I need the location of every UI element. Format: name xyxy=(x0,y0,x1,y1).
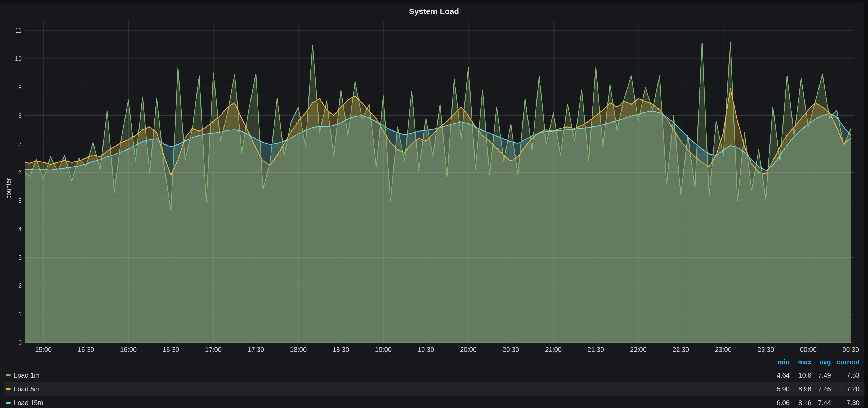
legend-header: min max avg current xyxy=(0,358,868,366)
x-tick-label: 16:00 xyxy=(110,346,147,353)
y-tick-label: 0 xyxy=(0,339,22,346)
x-tick-label: 15:30 xyxy=(67,346,104,353)
y-tick-label: 10 xyxy=(0,55,22,62)
series-label[interactable]: Load 1m xyxy=(14,368,39,382)
legend-row-load-5m[interactable]: Load 5m 5.90 8.96 7.46 7.20 xyxy=(4,382,865,396)
x-tick-label: 20:00 xyxy=(450,346,487,353)
x-tick-label: 16:30 xyxy=(152,346,189,353)
y-tick-label: 8 xyxy=(0,112,22,119)
x-tick-label: 18:00 xyxy=(280,346,317,353)
x-tick-label: 20:30 xyxy=(492,346,529,353)
x-tick-label: 22:00 xyxy=(620,346,657,353)
x-tick-label: 21:00 xyxy=(535,346,572,353)
x-tick-label: 23:30 xyxy=(747,346,784,353)
current-value: 7.53 xyxy=(814,368,860,382)
y-tick-label: 4 xyxy=(0,226,22,233)
y-tick-label: 11 xyxy=(0,27,22,34)
series-area-fills xyxy=(22,42,851,343)
x-tick-label: 00:00 xyxy=(790,346,827,353)
y-tick-label: 9 xyxy=(0,83,22,91)
x-tick-label: 21:30 xyxy=(577,346,614,353)
legend-row-load-1m[interactable]: Load 1m 4.64 10.6 7.49 7.53 xyxy=(0,368,868,382)
y-tick-label: 1 xyxy=(0,311,22,318)
x-tick-label: 17:30 xyxy=(237,346,274,353)
x-tick-label: 00:30 xyxy=(832,346,868,353)
x-tick-label: 22:30 xyxy=(662,346,699,353)
legend-header-current[interactable]: current xyxy=(814,358,860,366)
series-color-swatch xyxy=(6,402,10,404)
current-value: 7.30 xyxy=(814,396,860,408)
x-tick-label: 18:30 xyxy=(322,346,359,353)
y-tick-label: 5 xyxy=(0,197,22,205)
y-tick-label: 7 xyxy=(0,140,22,148)
series-label[interactable]: Load 5m xyxy=(14,382,39,396)
x-tick-label: 19:30 xyxy=(407,346,444,353)
legend: min max avg current Load 1m 4.64 10.6 7.… xyxy=(0,355,868,408)
x-tick-label: 23:00 xyxy=(705,346,742,353)
legend-row-load-15m[interactable]: Load 15m 6.06 8.16 7.44 7.30 xyxy=(0,396,868,408)
series-label[interactable]: Load 15m xyxy=(14,396,43,408)
current-value: 7.20 xyxy=(814,382,860,396)
x-tick-label: 15:00 xyxy=(25,346,62,353)
series-color-swatch xyxy=(6,374,10,376)
x-tick-label: 19:00 xyxy=(365,346,402,353)
y-tick-label: 6 xyxy=(0,169,22,176)
y-tick-label: 2 xyxy=(0,282,22,290)
x-tick-label: 17:00 xyxy=(195,346,232,353)
y-tick-label: 3 xyxy=(0,254,22,261)
series-color-swatch xyxy=(6,388,10,390)
